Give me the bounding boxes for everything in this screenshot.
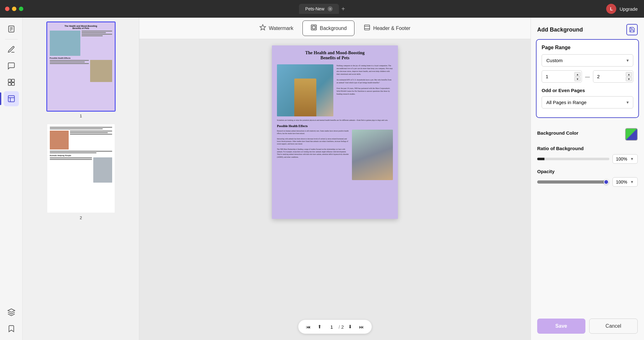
- toolbar: Watermark Background: [139, 18, 531, 39]
- sidebar-divider: [5, 39, 18, 39]
- range-to-spinner: ▲ ▼: [626, 72, 632, 81]
- total-pages: 2: [341, 324, 344, 330]
- ratio-value-wrap: 100% 75% 50% 25% ▼: [612, 154, 638, 164]
- tab-background-label: Background: [320, 26, 347, 31]
- svg-rect-8: [8, 96, 14, 102]
- range-from-spinner: ▲ ▼: [574, 72, 581, 81]
- thumbnail-page-1[interactable]: The Health and Mood-BoostingBenefits of …: [26, 21, 135, 118]
- range-from-up[interactable]: ▲: [574, 72, 581, 76]
- odd-even-dropdown-wrap: All Pages in Range Odd Pages Only Even P…: [542, 96, 633, 108]
- sidebar-item-annotation[interactable]: [4, 42, 19, 57]
- tab-background[interactable]: Background: [302, 21, 354, 36]
- odd-even-label: Odd or Even Pages: [542, 88, 633, 93]
- svg-rect-11: [311, 25, 317, 30]
- titlebar-tabs: Pets-New ✕ +: [299, 4, 345, 14]
- current-tab[interactable]: Pets-New ✕: [299, 4, 339, 14]
- color-swatch-button[interactable]: [625, 128, 638, 141]
- ratio-slider[interactable]: [537, 155, 609, 163]
- background-icon: [310, 24, 317, 32]
- page-number-input[interactable]: [326, 324, 337, 330]
- page-range-dropdown[interactable]: Custom All Pages First Page Last Page: [542, 54, 633, 67]
- thumbnail-page-2[interactable]: Animals Helping People 2: [26, 123, 135, 220]
- opacity-thumb[interactable]: [604, 179, 609, 185]
- close-button[interactable]: [5, 7, 9, 11]
- sidebar-item-bookmark[interactable]: [4, 321, 19, 336]
- opacity-slider-fill: [537, 180, 609, 184]
- tab-label: Pets-New: [305, 6, 325, 11]
- panel-save-icon-button[interactable]: [626, 24, 638, 35]
- opacity-section: Opacity 100% 75% 50% 25% ▼: [531, 169, 644, 192]
- range-from-down[interactable]: ▼: [574, 77, 581, 81]
- page-navigation: ⏮ ⬆ / 2 ⬇ ⏭: [298, 320, 372, 334]
- first-page-button[interactable]: ⏮: [303, 322, 313, 332]
- panel-footer: Save Cancel: [531, 314, 644, 340]
- tab-header-footer[interactable]: Header & Footer: [356, 21, 418, 36]
- prev-page-button[interactable]: ⬆: [315, 322, 325, 332]
- header-footer-icon: [364, 24, 371, 32]
- opacity-row: 100% 75% 50% 25% ▼: [537, 177, 638, 187]
- new-tab-button[interactable]: +: [342, 5, 345, 13]
- opacity-slider[interactable]: [537, 178, 609, 186]
- sidebar-item-pages[interactable]: [4, 75, 19, 90]
- traffic-lights: [5, 7, 23, 11]
- thumb-frame-2[interactable]: Animals Helping People: [46, 123, 116, 214]
- bg-color-row: Background Color: [537, 128, 638, 141]
- svg-rect-4: [8, 79, 11, 82]
- odd-even-dropdown[interactable]: All Pages in Range Odd Pages Only Even P…: [542, 96, 633, 108]
- range-dash: —: [585, 74, 590, 79]
- opacity-value-select[interactable]: 100% 75% 50% 25%: [612, 177, 638, 187]
- watermark-icon: [259, 24, 266, 32]
- svg-marker-10: [260, 25, 266, 30]
- maximize-button[interactable]: [19, 7, 23, 11]
- titlebar-right: L Upgrade: [606, 4, 638, 14]
- tab-close-button[interactable]: ✕: [328, 6, 333, 11]
- tab-header-footer-label: Header & Footer: [373, 26, 410, 31]
- panel-header: Add Background: [531, 18, 644, 39]
- tab-watermark[interactable]: Watermark: [251, 21, 301, 36]
- thumb-label-1: 1: [80, 114, 82, 118]
- svg-rect-6: [8, 83, 11, 85]
- range-to-down[interactable]: ▼: [626, 77, 632, 81]
- thumb-label-2: 2: [80, 215, 82, 220]
- ratio-value-select[interactable]: 100% 75% 50% 25%: [612, 154, 638, 164]
- thumb-frame-1[interactable]: The Health and Mood-BoostingBenefits of …: [46, 21, 116, 112]
- opacity-slider-track: [537, 180, 609, 184]
- range-to-wrap: ▲ ▼: [593, 70, 633, 83]
- ratio-row: 100% 75% 50% 25% ▼: [537, 154, 638, 164]
- page-range-title: Page Range: [542, 45, 633, 50]
- page-view: The Health and Mood-BoostingBenefits of …: [139, 39, 531, 340]
- last-page-button[interactable]: ⏭: [356, 322, 366, 332]
- thumbnail-panel: The Health and Mood-BoostingBenefits of …: [23, 18, 139, 340]
- page-range-dropdown-wrap: Custom All Pages First Page Last Page ▼: [542, 54, 633, 67]
- range-to-up[interactable]: ▲: [626, 72, 632, 76]
- svg-rect-13: [365, 25, 370, 30]
- minimize-button[interactable]: [12, 7, 16, 11]
- next-page-button[interactable]: ⬇: [345, 322, 355, 332]
- ratio-section: Ratio of Background 100% 75% 50% 25% ▼: [531, 146, 644, 169]
- page-range-box: Page Range Custom All Pages First Page L…: [536, 39, 639, 118]
- sidebar-item-bg-edit[interactable]: [4, 91, 19, 106]
- svg-rect-7: [12, 83, 14, 85]
- page-document: The Health and Mood-BoostingBenefits of …: [272, 45, 398, 219]
- upgrade-button[interactable]: Upgrade: [619, 6, 638, 12]
- sidebar-bottom: [4, 305, 19, 340]
- user-avatar[interactable]: L: [606, 4, 616, 14]
- doc-title: The Health and Mood-BoostingBenefits of …: [277, 50, 393, 61]
- range-row: ▲ ▼ — ▲ ▼: [542, 70, 633, 83]
- sidebar-item-doc[interactable]: [4, 21, 19, 37]
- opacity-value-wrap: 100% 75% 50% 25% ▼: [612, 177, 638, 187]
- bg-color-label: Background Color: [537, 130, 578, 136]
- svg-rect-12: [312, 26, 315, 29]
- content-area: Watermark Background: [139, 18, 531, 340]
- sidebar-item-comment[interactable]: [4, 58, 19, 73]
- main-layout: The Health and Mood-BoostingBenefits of …: [0, 18, 644, 340]
- ratio-label: Ratio of Background: [537, 146, 638, 151]
- save-button[interactable]: Save: [537, 319, 585, 334]
- ratio-slider-track: [537, 158, 609, 160]
- background-color-section: Background Color: [531, 123, 644, 146]
- page-separator: /: [339, 324, 340, 330]
- cancel-button[interactable]: Cancel: [589, 319, 638, 334]
- sidebar-item-layers[interactable]: [4, 305, 19, 320]
- tab-watermark-label: Watermark: [269, 26, 293, 31]
- titlebar: Pets-New ✕ + L Upgrade: [0, 0, 644, 18]
